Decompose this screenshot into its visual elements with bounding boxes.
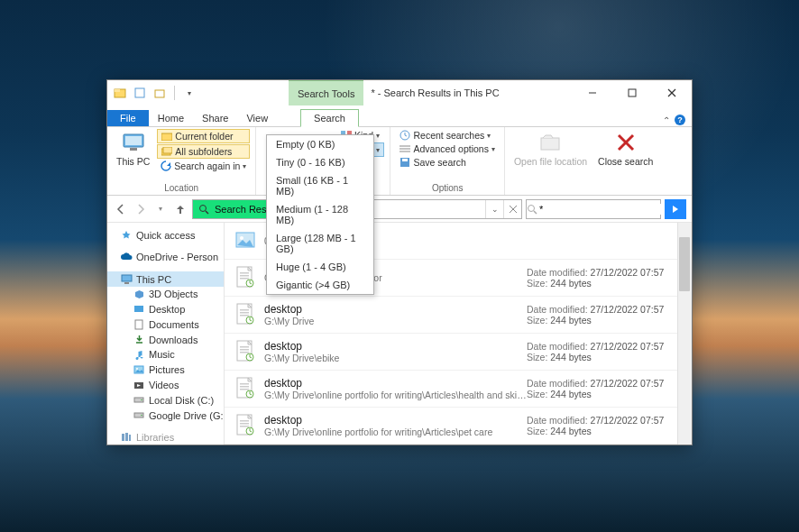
- tab-share[interactable]: Share: [193, 110, 237, 126]
- svg-rect-86: [240, 426, 249, 427]
- tab-view[interactable]: View: [237, 110, 277, 126]
- result-meta: Date modified: 27/12/2022 07:57Size: 244…: [527, 267, 684, 289]
- tab-search[interactable]: Search: [300, 109, 359, 127]
- size-option-small[interactable]: Small (16 KB - 1 MB): [267, 171, 373, 200]
- search-again-button[interactable]: Search again in ▾: [157, 160, 250, 172]
- svg-rect-5: [629, 89, 636, 96]
- result-name: desktop: [264, 414, 527, 427]
- minimize-ribbon-icon[interactable]: ⌃: [663, 115, 670, 125]
- scrollbar[interactable]: [677, 223, 692, 445]
- sidebar-libraries[interactable]: Libraries: [107, 429, 224, 445]
- open-location-label: Open file location: [514, 156, 587, 167]
- result-row[interactable]: desktopG:\My Drive\ebikeDate modified: 2…: [225, 334, 692, 371]
- sidebar-google-drive[interactable]: Google Drive (G:: [107, 408, 224, 423]
- svg-rect-15: [163, 147, 172, 153]
- sidebar-local-disk[interactable]: Local Disk (C:): [107, 392, 224, 408]
- result-path: G:\My Drive\online portfolio for writing…: [264, 427, 527, 437]
- svg-rect-47: [124, 282, 129, 284]
- this-pc-button[interactable]: This PC: [113, 129, 153, 169]
- result-path: G:\My Drive: [264, 316, 527, 326]
- svg-rect-70: [240, 312, 249, 314]
- chevron-down-icon: ▾: [243, 162, 246, 170]
- svg-rect-79: [240, 383, 249, 385]
- ribbon-tabs: File Home Share View Search ⌃ ?: [107, 105, 692, 127]
- help-icon[interactable]: ?: [674, 114, 686, 126]
- svg-line-41: [206, 211, 208, 214]
- size-option-gigantic[interactable]: Gigantic (>4 GB): [267, 276, 373, 294]
- search-go-button[interactable]: [665, 199, 686, 219]
- svg-rect-66: [240, 278, 249, 280]
- file-icon: [232, 412, 259, 439]
- qat-dropdown-icon[interactable]: ▾: [182, 86, 197, 100]
- size-option-medium[interactable]: Medium (1 - 128 MB): [267, 200, 373, 229]
- close-search-button[interactable]: Close search: [594, 129, 657, 169]
- sidebar-onedrive[interactable]: OneDrive - Person: [107, 250, 224, 265]
- result-row[interactable]: desktopG:\My Drive\online portfolio for …: [225, 371, 692, 408]
- search-input[interactable]: [537, 204, 666, 215]
- minimize-button[interactable]: [573, 80, 612, 105]
- chevron-down-icon: ▾: [376, 146, 380, 154]
- scroll-thumb[interactable]: [679, 237, 690, 291]
- body: Quick access OneDrive - Person This PC 3…: [107, 223, 692, 445]
- video-icon: [133, 379, 145, 391]
- close-x-icon: [613, 131, 638, 154]
- current-folder-button[interactable]: Current folder: [157, 129, 250, 143]
- desktop-icon: [133, 303, 145, 316]
- tab-home[interactable]: Home: [149, 110, 193, 126]
- sidebar-documents[interactable]: Documents: [107, 317, 224, 333]
- up-button[interactable]: [172, 201, 188, 217]
- monitor-icon: [121, 131, 146, 154]
- sidebar-3d-objects[interactable]: 3D Objects: [107, 287, 224, 302]
- size-option-empty[interactable]: Empty (0 KB): [267, 135, 373, 153]
- drive-icon: [133, 394, 145, 407]
- properties-icon[interactable]: [133, 86, 147, 100]
- svg-rect-65: [240, 275, 249, 277]
- svg-rect-48: [134, 306, 143, 312]
- svg-rect-13: [161, 133, 172, 141]
- sidebar-quick-access[interactable]: Quick access: [107, 228, 224, 243]
- file-icon: [232, 264, 259, 291]
- refresh-button[interactable]: [503, 200, 521, 218]
- close-button[interactable]: [652, 80, 692, 105]
- result-row[interactable]: desktopG:\My Drive\online portfolio for …: [225, 408, 692, 445]
- address-dropdown-button[interactable]: ⌄: [485, 200, 503, 218]
- result-meta: Date modified: 27/12/2022 07:57Size: 244…: [527, 415, 684, 436]
- svg-text:?: ?: [677, 115, 683, 124]
- size-option-huge[interactable]: Huge (1 - 4 GB): [267, 258, 373, 276]
- recent-searches-button[interactable]: Recent searches ▾: [396, 129, 498, 142]
- size-option-tiny[interactable]: Tiny (0 - 16 KB): [267, 153, 373, 171]
- svg-line-45: [534, 211, 537, 214]
- forward-button[interactable]: [133, 201, 149, 217]
- svg-rect-75: [240, 349, 249, 351]
- folder-icon: [161, 132, 172, 141]
- save-search-button[interactable]: Save search: [396, 156, 498, 169]
- sidebar-desktop[interactable]: Desktop: [107, 302, 224, 317]
- result-row[interactable]: desktopG:\My DriveDate modified: 27/12/2…: [225, 297, 692, 334]
- recent-locations-button[interactable]: ▾: [152, 201, 169, 217]
- advanced-options-button[interactable]: Advanced options ▾: [396, 142, 498, 155]
- sidebar-downloads[interactable]: Downloads: [107, 332, 224, 347]
- svg-rect-71: [240, 315, 249, 316]
- sidebar-videos[interactable]: Videos: [107, 378, 224, 393]
- svg-point-40: [200, 205, 207, 211]
- back-button[interactable]: [113, 201, 129, 217]
- open-file-location-button: Open file location: [510, 129, 591, 169]
- new-folder-icon[interactable]: [152, 86, 167, 100]
- maximize-button[interactable]: [612, 80, 652, 105]
- size-option-large[interactable]: Large (128 MB - 1 GB): [267, 229, 373, 258]
- svg-rect-84: [240, 420, 249, 422]
- sidebar-this-pc[interactable]: This PC: [107, 271, 224, 287]
- tab-file[interactable]: File: [107, 110, 149, 126]
- search-box[interactable]: ×: [526, 199, 661, 219]
- sidebar-music[interactable]: Music: [107, 347, 224, 362]
- libraries-icon: [120, 431, 133, 444]
- cloud-icon: [120, 251, 133, 263]
- contextual-tab-label: Search Tools: [289, 80, 363, 105]
- svg-rect-80: [240, 386, 249, 388]
- sidebar-pictures[interactable]: Pictures: [107, 362, 224, 378]
- svg-rect-81: [240, 389, 249, 390]
- all-subfolders-button[interactable]: All subfolders: [157, 144, 250, 159]
- qat-separator: [174, 86, 175, 100]
- svg-rect-36: [402, 159, 408, 161]
- file-icon: [232, 301, 259, 328]
